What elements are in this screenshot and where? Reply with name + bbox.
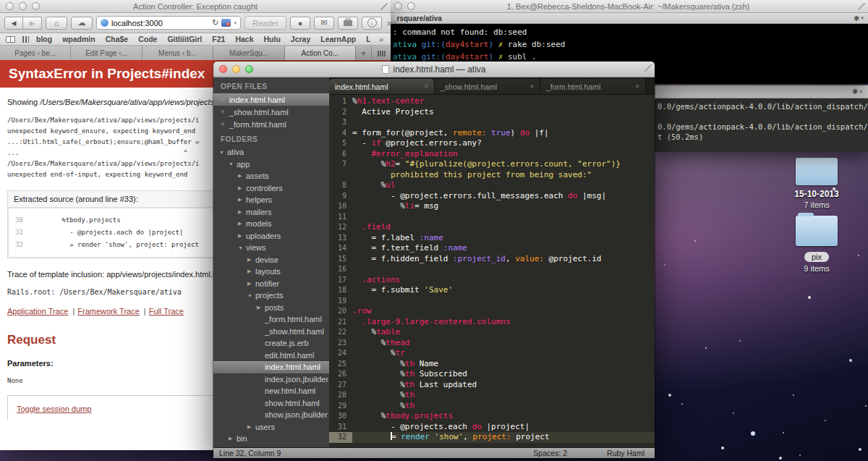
print-button[interactable] [338, 17, 358, 30]
bookmark-item[interactable]: Jcray [291, 35, 310, 43]
tree-item[interactable]: ▶assets [213, 170, 329, 182]
resize-grip-icon[interactable] [858, 3, 865, 10]
chevron-right-icon[interactable]: ▶ [238, 185, 246, 191]
close-tab-icon[interactable]: × [529, 83, 534, 90]
sublime-titlebar[interactable]: index.html.haml — ativa [213, 62, 655, 77]
bookmark-item[interactable]: Cha$e [106, 35, 129, 43]
code-line[interactable]: 25 %th Name [329, 359, 655, 370]
bookmark-item[interactable]: Hulu [264, 35, 281, 43]
tree-item[interactable]: ▼views [213, 242, 329, 254]
bookmark-item[interactable]: blog [36, 35, 52, 43]
chevron-down-icon[interactable]: ▼ [247, 293, 255, 298]
top-sites-grid-icon[interactable] [22, 36, 29, 43]
close-file-icon[interactable]: × [221, 96, 225, 103]
editor-tab[interactable]: index.html.haml× [329, 79, 435, 94]
code-line[interactable]: prohibited this project from being saved… [329, 170, 655, 181]
tree-item[interactable]: create.js.erb [213, 337, 329, 350]
bookmark-item[interactable]: wpadmin [62, 35, 95, 43]
code-line[interactable]: 27 %th Last updated [329, 380, 655, 391]
terminal1-output[interactable]: : command not found: db:seedativa git:(d… [388, 24, 868, 65]
toggle-session-dump-link[interactable]: Toggle session dump [17, 405, 91, 413]
tree-item[interactable]: ▶notifier [213, 278, 329, 290]
browser-tab[interactable]: Pages ‹ be... [0, 46, 71, 60]
tree-item[interactable]: ▼projects [213, 289, 329, 302]
tree-item[interactable]: ▶uploaders [213, 230, 329, 242]
code-line[interactable]: 19 [329, 296, 655, 307]
gear-icon[interactable]: ✱ [854, 14, 859, 22]
tree-item[interactable]: ▶models [213, 218, 329, 230]
toolbar-overflow-icon[interactable]: » [386, 17, 393, 28]
chevron-right-icon[interactable]: ▶ [238, 197, 246, 203]
chevron-right-icon[interactable]: ▶ [238, 173, 246, 179]
browser-tab[interactable]: Edit Page ‹... [71, 46, 142, 60]
open-file-item[interactable]: ×index.html.haml [213, 93, 329, 106]
code-line[interactable]: 28 %th [329, 390, 655, 401]
code-line[interactable]: 13 = f.label :name [329, 233, 655, 244]
terminal1-tab-label[interactable]: _rsquare/ativa [393, 14, 854, 22]
forward-button[interactable]: ▶ [23, 17, 42, 30]
code-line[interactable]: 32 = render 'show', project: project [329, 432, 655, 443]
tree-item[interactable]: ▶helpers [213, 194, 329, 206]
code-area[interactable]: 1%h1.text-center2 Active Projects34= for… [329, 95, 655, 447]
desktop-folder[interactable]: 15-10-20137 items [769, 158, 864, 209]
resize-grip-icon[interactable] [380, 3, 388, 10]
tree-item[interactable]: show.json.jbuilder [213, 409, 329, 421]
code-line[interactable]: 4= form_for(@project, remote: true) do |… [329, 128, 655, 139]
reading-list-icon[interactable] [6, 36, 15, 43]
code-line[interactable]: 21 .large-9.large-centered.columns [329, 317, 655, 328]
code-line[interactable]: 6 #error_explanation [329, 149, 655, 160]
code-line[interactable]: 26 %th Subscribed [329, 369, 655, 380]
terminal1-titlebar[interactable]: 1. Bex@Rebecca-Sheldons-MacBook-Air: ~/M… [388, 0, 868, 13]
code-line[interactable]: 5 - if @project.errors.any? [329, 138, 655, 149]
code-line[interactable]: 24 %tr [329, 348, 655, 359]
browser-tab[interactable]: MakerSqu... [213, 46, 284, 60]
code-line[interactable]: 12 .field [329, 222, 655, 233]
chevron-down-icon[interactable]: ▼ [219, 150, 227, 155]
code-line[interactable]: 10 %li= msg [329, 201, 655, 212]
tree-item[interactable]: ▶controllers [213, 182, 329, 195]
share-mail-button[interactable]: ✉ [314, 17, 334, 30]
folder-icon[interactable] [796, 158, 838, 185]
trace-link[interactable]: Application Trace [7, 307, 68, 316]
code-line[interactable]: 11 [329, 212, 655, 223]
icloud-tabs-button[interactable]: ☁ [71, 17, 93, 30]
bookmark-item[interactable]: Link [366, 35, 370, 43]
code-line[interactable]: 1%h1.text-center [329, 96, 655, 107]
safari-titlebar[interactable]: Action Controller: Exception caught [0, 0, 391, 13]
tree-item[interactable]: ▶config [213, 445, 329, 448]
chevron-right-icon[interactable]: ▶ [238, 209, 246, 215]
tree-item[interactable]: show.html.haml [213, 397, 329, 410]
close-tab-icon[interactable]: × [635, 83, 639, 90]
address-bar[interactable]: localhost:3000 ↻ ▾ [96, 16, 241, 30]
code-line[interactable]: 9 - @project.errors.full_messages.each d… [329, 191, 655, 202]
chevron-down-icon[interactable]: ▼ [238, 245, 246, 250]
tree-item[interactable]: index.html.haml [213, 361, 329, 373]
trace-link[interactable]: Framework Trace [77, 307, 140, 316]
back-button[interactable]: ◀ [4, 17, 23, 30]
close-file-icon[interactable]: × [221, 108, 225, 116]
chevron-right-icon[interactable]: ▶ [247, 424, 255, 430]
tree-item[interactable]: _form.html.haml [213, 313, 329, 326]
code-line[interactable]: 31 - @projects.each do |project| [329, 422, 655, 433]
code-line[interactable]: 22 %table [329, 327, 655, 338]
editor-tab[interactable]: _form.html.haml× [540, 79, 646, 94]
close-tab-icon[interactable]: × [424, 83, 428, 90]
folder-icon[interactable] [796, 216, 838, 246]
indentation-setting[interactable]: Spaces: 2 [533, 449, 567, 457]
close-file-icon[interactable]: × [221, 120, 225, 128]
browser-tab[interactable]: Action Co... [285, 46, 356, 60]
gear-icon[interactable]: ✱ [852, 88, 858, 96]
url-text[interactable]: localhost:3000 [111, 19, 209, 28]
refresh-icon[interactable]: ↻ [212, 18, 218, 28]
downloads-button[interactable]: ↓ [362, 17, 382, 30]
top-sites-button[interactable]: ● [290, 17, 310, 30]
tree-item[interactable]: ▶mailers [213, 206, 329, 219]
code-line[interactable]: 30 %tbody.projects [329, 411, 655, 422]
code-line[interactable]: 23 %thead [329, 338, 655, 349]
new-tab-button[interactable]: + [356, 46, 372, 60]
chevron-right-icon[interactable]: ▶ [247, 268, 255, 274]
open-file-item[interactable]: ×_form.html.haml [213, 118, 329, 130]
bookmark-item[interactable]: Hack [235, 35, 253, 43]
code-line[interactable]: 17 .actions [329, 275, 655, 286]
code-line[interactable]: 7 %h2= "#{pluralize(@project.errors.coun… [329, 159, 655, 170]
